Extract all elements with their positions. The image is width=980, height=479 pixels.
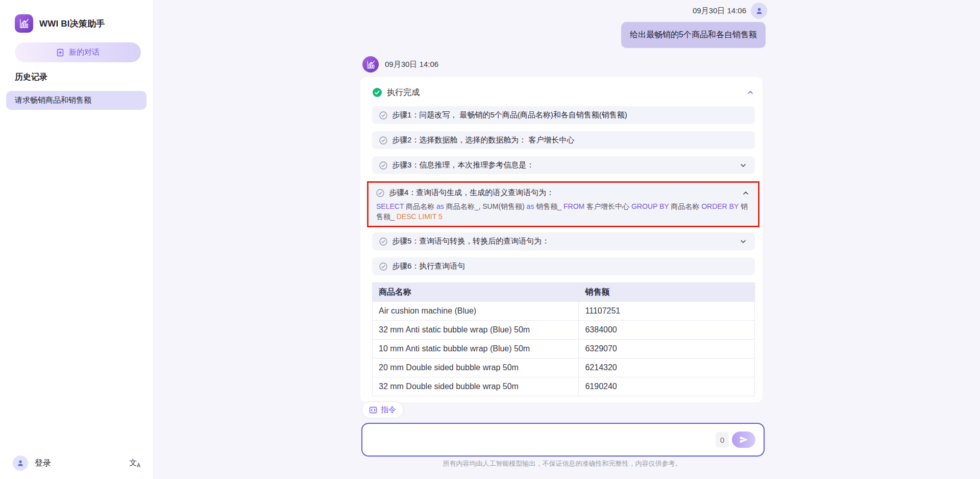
topbar: 09月30日 14:06 bbox=[693, 3, 767, 19]
assistant-avatar-icon bbox=[362, 56, 379, 73]
steps-list: 步骤1：问题改写， 最畅销的5个商品(商品名称)和各自销售额(销售额)步骤2：选… bbox=[372, 106, 755, 275]
profile-avatar[interactable] bbox=[751, 3, 767, 19]
login-label: 登录 bbox=[35, 458, 51, 469]
table-header-row: 商品名称销售额 bbox=[373, 283, 755, 302]
table-cell: Air cushion machine (Blue) bbox=[373, 302, 579, 321]
sql-token: 销售额_ bbox=[534, 202, 564, 210]
step-label: 步骤6：执行查询语句 bbox=[392, 261, 748, 271]
step-label: 步骤2：选择数据舱，选择的数据舱为： 客户增长中心 bbox=[392, 135, 748, 145]
brand: WWI BI决策助手 bbox=[0, 0, 153, 33]
table-row: 10 mm Anti static bubble wrap (Blue) 50m… bbox=[373, 340, 755, 358]
chevron-up-icon[interactable] bbox=[741, 188, 750, 198]
composer: 0 bbox=[361, 423, 765, 457]
step-label: 步骤5：查询语句转换，转换后的查询语句为： bbox=[392, 236, 734, 246]
sql-token: 商品名称 bbox=[669, 202, 701, 210]
table-header-cell: 销售额 bbox=[579, 283, 755, 302]
table-cell: 11107251 bbox=[579, 302, 755, 321]
table-cell: 32 mm Double sided bubble wrap 50m bbox=[373, 377, 579, 396]
table-row: 20 mm Double sided bubble wrap 50m621432… bbox=[373, 358, 755, 377]
command-label: 指令 bbox=[381, 405, 396, 415]
step-expanded-panel: 步骤4：查询语句生成，生成的语义查询语句为：SELECT 商品名称 as 商品名… bbox=[369, 183, 757, 225]
new-chat-label: 新的对话 bbox=[69, 47, 100, 57]
table-cell: 32 mm Anti static bubble wrap (Blue) 50m bbox=[373, 321, 579, 340]
step-check-icon bbox=[376, 189, 384, 197]
chevron-down-icon[interactable] bbox=[739, 237, 748, 246]
sql-token: DESC LIMIT 5 bbox=[397, 212, 443, 221]
step-label: 步骤1：问题改写， 最畅销的5个商品(商品名称)和各自销售额(销售额) bbox=[392, 110, 748, 120]
step-item-5[interactable]: 步骤5：查询语句转换，转换后的查询语句为： bbox=[372, 232, 755, 250]
command-code-icon bbox=[369, 406, 377, 414]
user-avatar-icon bbox=[13, 456, 28, 471]
login-button[interactable]: 登录 bbox=[13, 456, 129, 471]
step-check-icon bbox=[379, 262, 387, 271]
send-icon bbox=[739, 436, 749, 444]
history-heading: 历史记录 bbox=[15, 72, 47, 83]
table-row: 32 mm Double sided bubble wrap 50m619024… bbox=[373, 377, 755, 396]
step-item-3[interactable]: 步骤3：信息推理，本次推理参考信息是： bbox=[372, 156, 755, 174]
step-check-icon bbox=[379, 111, 387, 119]
step-item-1: 步骤1：问题改写， 最畅销的5个商品(商品名称)和各自销售额(销售额) bbox=[372, 106, 755, 124]
sql-token: 客户增长中心 bbox=[584, 202, 631, 210]
sql-token: 商品名称_, bbox=[444, 202, 481, 210]
success-check-icon bbox=[372, 87, 382, 98]
history-item[interactable]: 请求畅销商品和销售额 bbox=[6, 91, 146, 110]
sql-token: as bbox=[525, 202, 534, 210]
step-check-icon bbox=[379, 136, 387, 145]
history-item-label: 请求畅销商品和销售额 bbox=[15, 95, 91, 105]
step-label: 步骤4：查询语句生成，生成的语义查询语句为： bbox=[389, 188, 737, 198]
chevron-down-icon[interactable] bbox=[739, 161, 748, 170]
new-chat-button[interactable]: 新的对话 bbox=[15, 42, 141, 62]
table-row: Air cushion machine (Blue)11107251 bbox=[373, 302, 755, 321]
sql-query-text: SELECT 商品名称 as 商品名称_, SUM(销售额) as 销售额_ F… bbox=[369, 201, 757, 222]
table-cell: 6329070 bbox=[579, 340, 755, 358]
history-list: 请求畅销商品和销售额 bbox=[6, 91, 146, 114]
sql-token: GROUP BY bbox=[631, 202, 669, 210]
char-counter: 0 bbox=[716, 432, 729, 448]
step-check-icon bbox=[379, 161, 387, 170]
app-logo-icon bbox=[15, 14, 33, 33]
assistant-message-card: 执行完成 步骤1：问题改写， 最畅销的5个商品(商品名称)和各自销售额(销售额)… bbox=[360, 77, 763, 402]
sql-token: SUM(销售额) bbox=[480, 202, 524, 210]
sql-token: ORDER BY bbox=[701, 202, 739, 210]
command-button[interactable]: 指令 bbox=[361, 401, 404, 418]
chat-area: 09月30日 14:06 给出最畅销的5个商品和各自销售额 09月30日 bbox=[154, 0, 980, 479]
topbar-timestamp: 09月30日 14:06 bbox=[693, 6, 746, 16]
language-icon[interactable]: 文A bbox=[129, 458, 140, 468]
table-cell: 6190240 bbox=[579, 377, 755, 396]
table-cell: 6214320 bbox=[579, 358, 755, 377]
execution-status-header: 执行完成 bbox=[372, 84, 755, 101]
sidebar-footer: 登录 文A bbox=[0, 456, 153, 471]
step-item-2: 步骤2：选择数据舱，选择的数据舱为： 客户增长中心 bbox=[372, 131, 755, 149]
assistant-meta: 09月30日 14:06 bbox=[362, 56, 438, 73]
sql-token: FROM bbox=[564, 202, 584, 210]
message-input[interactable] bbox=[369, 429, 699, 450]
table-row: 32 mm Anti static bubble wrap (Blue) 50m… bbox=[373, 321, 755, 340]
table-cell: 6384000 bbox=[579, 321, 755, 340]
assistant-timestamp: 09月30日 14:06 bbox=[385, 60, 438, 69]
result-table: 商品名称销售额 Air cushion machine (Blue)111072… bbox=[372, 282, 755, 396]
sql-token: SELECT bbox=[376, 202, 404, 210]
table-cell: 10 mm Anti static bubble wrap (Blue) 50m bbox=[373, 340, 579, 358]
footer-disclaimer: 所有内容均由人工智能模型输出，不保证信息的准确性和完整性，内容仅供参考。 bbox=[360, 459, 764, 468]
step-item-4[interactable]: 步骤4：查询语句生成，生成的语义查询语句为： bbox=[369, 184, 757, 201]
table-cell: 20 mm Double sided bubble wrap 50m bbox=[373, 358, 579, 377]
sidebar: WWI BI决策助手 新的对话 历史记录 请求畅销商品和销售额 bbox=[0, 0, 154, 479]
send-button[interactable] bbox=[732, 432, 755, 448]
step-check-icon bbox=[379, 237, 387, 246]
step-item-6: 步骤6：执行查询语句 bbox=[372, 257, 755, 275]
sql-token: 商品名称 bbox=[404, 202, 436, 210]
step-label: 步骤3：信息推理，本次推理参考信息是： bbox=[392, 160, 734, 170]
chevron-up-icon[interactable] bbox=[746, 88, 755, 97]
new-document-icon bbox=[56, 49, 64, 57]
status-label: 执行完成 bbox=[387, 87, 741, 98]
app-root: WWI BI决策助手 新的对话 历史记录 请求畅销商品和销售额 bbox=[0, 0, 980, 479]
table-header-cell: 商品名称 bbox=[373, 283, 579, 302]
user-message-bubble: 给出最畅销的5个商品和各自销售额 bbox=[621, 22, 766, 48]
app-title: WWI BI决策助手 bbox=[39, 18, 105, 30]
sql-token: as bbox=[436, 202, 444, 210]
annotation-highlight-box: 步骤4：查询语句生成，生成的语义查询语句为：SELECT 商品名称 as 商品名… bbox=[367, 181, 760, 227]
